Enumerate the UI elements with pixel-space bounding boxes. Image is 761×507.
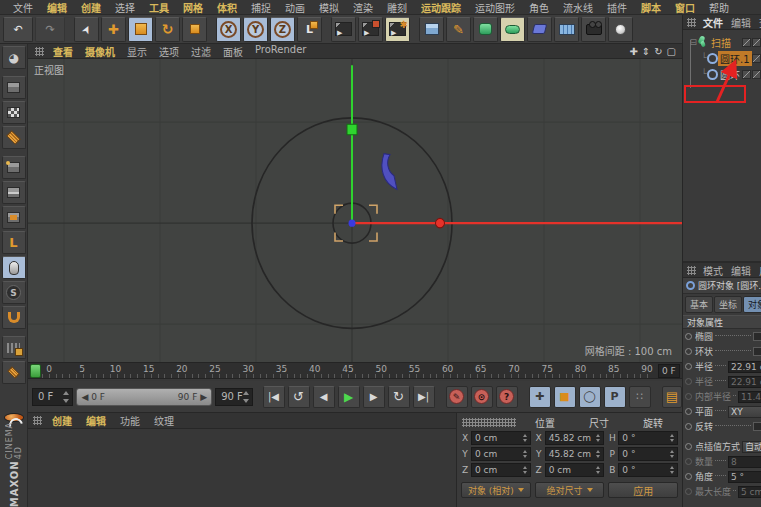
material-manager[interactable]: 创建编辑功能纹理 xyxy=(28,412,456,507)
menu-item[interactable]: 角色 xyxy=(522,0,556,15)
material-menu-item[interactable]: 纹理 xyxy=(147,413,181,428)
orbit-view-icon[interactable]: ↻ xyxy=(654,45,662,58)
attribute-manager[interactable]: 模式编辑用户数据 圆环对象 [圆环.1] 基本坐标对象 对象属性 椭圆 环状 xyxy=(683,261,761,507)
object-manager-menu-item[interactable]: 编辑 xyxy=(727,15,755,30)
material-menu-item[interactable]: 功能 xyxy=(113,413,147,428)
texture-mode-button[interactable] xyxy=(2,101,26,124)
previous-key-button[interactable]: ↺ xyxy=(288,386,310,408)
lock-z-axis-button[interactable]: Z xyxy=(270,17,295,42)
attribute-menu-item[interactable]: 编辑 xyxy=(727,263,755,278)
object-row-circle2[interactable]: └ 圆环 xyxy=(683,66,761,82)
panel-grip-icon[interactable] xyxy=(35,47,44,56)
camera-button[interactable] xyxy=(581,17,606,42)
record-scale-toggle[interactable]: ■ xyxy=(554,386,576,408)
play-button[interactable]: ▶ xyxy=(338,386,360,408)
keyframe-circle-icon[interactable] xyxy=(685,408,692,415)
keyframe-circle-icon[interactable] xyxy=(685,458,692,465)
current-frame-field[interactable]: 0 F xyxy=(32,388,73,406)
number-field[interactable]: 8 xyxy=(728,456,761,468)
menu-item[interactable]: 插件 xyxy=(600,0,634,15)
rotation-p-field[interactable]: 0 ° xyxy=(618,447,678,461)
menu-item[interactable]: 窗口 xyxy=(668,0,702,15)
viewport-menu-item[interactable]: 摄像机 xyxy=(79,44,121,59)
menu-item[interactable]: 体积 xyxy=(210,0,244,15)
redo-button[interactable]: ↷ xyxy=(35,17,65,42)
keyframe-circle-icon[interactable] xyxy=(685,363,692,370)
coordinate-mode-dropdown[interactable]: 对象 (相对) xyxy=(461,482,531,498)
spline-pen-button[interactable]: ✎ xyxy=(446,17,471,42)
menu-item[interactable]: 脚本 xyxy=(634,0,668,15)
editor-visibility-icon[interactable] xyxy=(742,38,751,47)
autokey-button[interactable]: ⊙ xyxy=(471,386,493,408)
menu-item[interactable]: 渲染 xyxy=(346,0,380,15)
viewport-canvas[interactable]: 正视图 网格间距 : 100 cm xyxy=(28,59,682,362)
edges-mode-button[interactable] xyxy=(2,181,26,204)
render-visibility-icon[interactable] xyxy=(752,38,761,47)
keyframe-circle-icon[interactable] xyxy=(685,378,692,385)
viewport-menu-item[interactable]: 面板 xyxy=(217,44,249,59)
panel-grip-icon[interactable] xyxy=(33,416,42,425)
environment-button[interactable] xyxy=(554,17,579,42)
lock-y-axis-button[interactable]: Y xyxy=(243,17,268,42)
workplane-lock-button[interactable] xyxy=(2,336,26,359)
keyframe-circle-icon[interactable] xyxy=(685,348,692,355)
y-axis-handle[interactable] xyxy=(347,124,357,135)
viewport-menu-item[interactable]: ProRender xyxy=(249,44,312,59)
add-primitive-button[interactable] xyxy=(419,17,444,42)
object-manager-menu-item[interactable]: 文件 xyxy=(699,15,727,30)
position-z-field[interactable]: 0 cm xyxy=(471,463,531,477)
previous-frame-button[interactable]: ◀ xyxy=(313,386,335,408)
axis-mode-button[interactable]: L xyxy=(2,231,26,254)
object-row-sweep[interactable]: ⊟ 扫描 xyxy=(683,34,761,50)
material-menu-item[interactable]: 创建 xyxy=(45,413,79,428)
menu-item[interactable]: 创建 xyxy=(74,0,108,15)
radius-y-field[interactable]: 22.91 cm xyxy=(728,376,761,388)
quantize-button[interactable] xyxy=(2,361,26,384)
panel-grip-icon[interactable] xyxy=(687,18,696,27)
workplane-mode-button[interactable] xyxy=(2,126,26,149)
menu-item[interactable]: 文件 xyxy=(6,0,40,15)
rotation-b-field[interactable]: 0 ° xyxy=(618,463,678,477)
coordinate-system-button[interactable]: L xyxy=(297,17,322,42)
generators-button[interactable] xyxy=(500,17,525,42)
make-editable-button[interactable]: ◕ xyxy=(2,46,26,69)
frame-range-slider[interactable]: ◀ 0 F90 F ▶ xyxy=(76,388,212,406)
ring-checkbox[interactable] xyxy=(753,347,761,356)
light-button[interactable] xyxy=(608,17,633,42)
menu-item[interactable]: 网格 xyxy=(176,0,210,15)
timeline-current-frame[interactable]: 0 F xyxy=(658,364,680,378)
attribute-menu-item[interactable]: 用户数据 xyxy=(755,263,761,278)
object-manager[interactable]: 文件编辑查看 ⊟ 扫描 └ 圆环.1 └ xyxy=(683,15,761,258)
ellipse-checkbox[interactable] xyxy=(753,332,761,341)
render-settings-button[interactable]: ✱ xyxy=(385,17,410,42)
polygons-mode-button[interactable] xyxy=(2,206,26,229)
go-to-start-button[interactable]: |◀ xyxy=(263,386,285,408)
menu-item[interactable]: 雕刻 xyxy=(380,0,414,15)
next-key-button[interactable]: ↻ xyxy=(388,386,410,408)
keyframe-circle-icon[interactable] xyxy=(685,443,692,450)
menu-item[interactable]: 编辑 xyxy=(40,0,74,15)
zoom-view-icon[interactable]: ⇕ xyxy=(642,45,650,58)
viewport-menu-item[interactable]: 过滤 xyxy=(185,44,217,59)
live-selection-button[interactable]: ➤ xyxy=(74,17,99,42)
attribute-tab[interactable]: 对象 xyxy=(743,296,761,313)
viewport-menu-item[interactable]: 查看 xyxy=(47,44,79,59)
record-position-toggle[interactable]: ✚ xyxy=(529,386,551,408)
points-mode-button[interactable] xyxy=(2,156,26,179)
object-manager-menu-item[interactable]: 查看 xyxy=(755,15,761,30)
keyframe-selection-button[interactable]: ? xyxy=(496,386,518,408)
frame-stepper[interactable] xyxy=(63,391,70,403)
record-pla-toggle[interactable]: ∷ xyxy=(629,386,651,408)
record-keyframe-button[interactable]: ✎ xyxy=(446,386,468,408)
editor-visibility-icon[interactable] xyxy=(752,54,761,63)
menu-item[interactable]: 捕捉 xyxy=(244,0,278,15)
editor-visibility-icon[interactable] xyxy=(742,70,751,79)
x-axis-handle[interactable] xyxy=(436,218,445,227)
size-z-field[interactable]: 0 cm xyxy=(545,463,605,477)
attribute-tab[interactable]: 坐标 xyxy=(714,296,742,313)
viewport-solo-button[interactable] xyxy=(2,256,26,279)
size-y-field[interactable]: 45.82 cm xyxy=(545,447,605,461)
end-frame-stepper[interactable] xyxy=(243,391,250,403)
go-to-end-button[interactable]: ▶| xyxy=(413,386,435,408)
timeline-ruler[interactable]: 051015202530354045505560657075808590 0 F xyxy=(28,362,682,379)
